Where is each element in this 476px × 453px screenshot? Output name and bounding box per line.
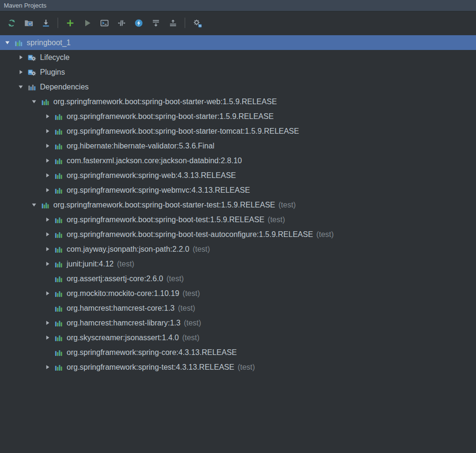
- tree-row[interactable]: org.springframework.boot:spring-boot-tes…: [0, 227, 476, 242]
- node-label: com.fasterxml.jackson.core:jackson-datab…: [67, 157, 242, 165]
- tree-row[interactable]: springboot_1: [0, 35, 476, 50]
- tree-row[interactable]: Lifecycle: [0, 50, 476, 65]
- tree-row[interactable]: Dependencies: [0, 79, 476, 94]
- library-icon: [54, 245, 63, 254]
- scope-badge: (test): [268, 216, 285, 224]
- node-label: org.springframework:spring-core:4.3.13.R…: [67, 348, 237, 357]
- chevron-collapsed-icon[interactable]: [44, 187, 54, 194]
- node-label: org.hamcrest:hamcrest-library:1.3: [67, 319, 180, 327]
- tree-row[interactable]: org.springframework.boot:spring-boot-sta…: [0, 197, 476, 212]
- chevron-collapsed-icon[interactable]: [44, 172, 54, 179]
- chevron-collapsed-icon[interactable]: [44, 334, 54, 342]
- download-sources-button[interactable]: [39, 16, 53, 30]
- library-icon: [54, 363, 63, 372]
- tree-row[interactable]: org.hamcrest:hamcrest-core:1.3(test): [0, 301, 476, 315]
- collapse-all-icon: [169, 19, 178, 28]
- scope-badge: (test): [182, 334, 199, 342]
- scope-badge: (test): [178, 304, 195, 313]
- node-label: Plugins: [40, 68, 65, 77]
- skip-tests-button[interactable]: [131, 16, 146, 30]
- node-label: com.jayway.jsonpath:json-path:2.2.0: [67, 245, 189, 254]
- maven-settings-button[interactable]: m: [190, 16, 204, 30]
- scope-badge: (test): [167, 275, 184, 283]
- node-label: org.springframework.boot:spring-boot-sta…: [53, 201, 275, 209]
- node-label: org.springframework:spring-webmvc:4.3.13…: [67, 186, 250, 195]
- tree-row[interactable]: org.skyscreamer:jsonassert:1.4.0(test): [0, 330, 476, 345]
- tree-row[interactable]: Plugins: [0, 65, 476, 79]
- lifecycle-icon: [28, 53, 36, 62]
- collapse-all-button[interactable]: [166, 16, 180, 30]
- no-toggle-spacer: [44, 305, 54, 312]
- expand-all-button[interactable]: [149, 16, 163, 30]
- run-build-button[interactable]: [80, 16, 94, 30]
- tree-row[interactable]: org.springframework:spring-webmvc:4.3.13…: [0, 183, 476, 197]
- chevron-expanded-icon[interactable]: [17, 83, 28, 91]
- chevron-expanded-icon[interactable]: [4, 39, 14, 47]
- execute-goal-icon: [100, 19, 109, 28]
- node-label: org.assertj:assertj-core:2.6.0: [67, 275, 163, 283]
- chevron-collapsed-icon[interactable]: [44, 290, 54, 297]
- tree-row[interactable]: org.mockito:mockito-core:1.10.19(test): [0, 286, 476, 301]
- chevron-collapsed-icon[interactable]: [17, 54, 28, 61]
- chevron-collapsed-icon[interactable]: [44, 128, 54, 135]
- toolbar: m: [0, 11, 476, 34]
- chevron-collapsed-icon[interactable]: [44, 319, 54, 327]
- chevron-collapsed-icon[interactable]: [44, 142, 54, 150]
- chevron-collapsed-icon[interactable]: [44, 113, 54, 120]
- tree-row[interactable]: com.fasterxml.jackson.core:jackson-datab…: [0, 153, 476, 168]
- node-label: org.skyscreamer:jsonassert:1.4.0: [67, 334, 179, 342]
- tree-row[interactable]: org.springframework.boot:spring-boot-sta…: [0, 124, 476, 138]
- svg-text:m: m: [198, 24, 201, 27]
- scope-badge: (test): [193, 245, 210, 254]
- add-maven-project-button[interactable]: [63, 16, 77, 30]
- tree-row[interactable]: org.springframework:spring-core:4.3.13.R…: [0, 345, 476, 360]
- library-icon: [54, 157, 63, 165]
- no-toggle-spacer: [44, 275, 54, 283]
- tree-row[interactable]: org.springframework.boot:spring-boot-sta…: [0, 109, 476, 124]
- tree-row[interactable]: com.jayway.jsonpath:json-path:2.2.0(test…: [0, 242, 476, 256]
- execute-goal-button[interactable]: [97, 16, 111, 30]
- tree-row[interactable]: junit:junit:4.12(test): [0, 256, 476, 271]
- expand-all-icon: [151, 19, 160, 28]
- chevron-expanded-icon[interactable]: [30, 98, 41, 106]
- chevron-collapsed-icon[interactable]: [44, 231, 54, 238]
- tool-window-header: Maven Projects: [0, 0, 476, 11]
- chevron-collapsed-icon[interactable]: [44, 157, 54, 165]
- node-label: org.springframework.boot:spring-boot-tes…: [67, 230, 313, 239]
- chevron-collapsed-icon[interactable]: [44, 260, 54, 268]
- node-label: org.mockito:mockito-core:1.10.19: [67, 289, 179, 298]
- node-label: Lifecycle: [40, 53, 69, 62]
- chevron-collapsed-icon[interactable]: [44, 246, 54, 253]
- tree-row[interactable]: org.assertj:assertj-core:2.6.0(test): [0, 271, 476, 286]
- library-icon: [54, 348, 63, 357]
- tree-row[interactable]: org.hibernate:hibernate-validator:5.3.6.…: [0, 138, 476, 153]
- chevron-collapsed-icon[interactable]: [44, 216, 54, 224]
- plugins-icon: [28, 68, 36, 77]
- reimport-button[interactable]: [4, 16, 19, 30]
- toolbar-separator: [58, 18, 58, 28]
- generate-sources-icon: [24, 19, 33, 28]
- toggle-offline-button[interactable]: [114, 16, 129, 30]
- add-maven-project-icon: [66, 19, 75, 28]
- dependencies-icon: [28, 83, 36, 91]
- tree-row[interactable]: org.springframework:spring-web:4.3.13.RE…: [0, 168, 476, 183]
- node-label: Dependencies: [40, 83, 89, 91]
- generate-sources-button[interactable]: [21, 16, 36, 30]
- tree-row[interactable]: org.springframework:spring-test:4.3.13.R…: [0, 360, 476, 374]
- toggle-offline-icon: [117, 19, 126, 28]
- node-label: org.springframework:spring-web:4.3.13.RE…: [67, 171, 236, 180]
- node-label: org.hibernate:hibernate-validator:5.3.6.…: [67, 142, 214, 150]
- tree-row[interactable]: org.springframework.boot:spring-boot-tes…: [0, 212, 476, 227]
- chevron-collapsed-icon[interactable]: [17, 69, 28, 76]
- library-icon: [54, 142, 63, 150]
- tree-row[interactable]: org.hamcrest:hamcrest-library:1.3(test): [0, 315, 476, 330]
- chevron-expanded-icon[interactable]: [30, 201, 41, 209]
- scope-badge: (test): [184, 319, 201, 327]
- library-icon: [54, 275, 63, 283]
- run-build-icon: [83, 19, 92, 28]
- chevron-collapsed-icon[interactable]: [44, 364, 54, 371]
- tree-row[interactable]: org.springframework.boot:spring-boot-sta…: [0, 94, 476, 109]
- library-icon: [54, 230, 63, 239]
- library-icon: [41, 201, 50, 209]
- node-label: springboot_1: [27, 39, 71, 47]
